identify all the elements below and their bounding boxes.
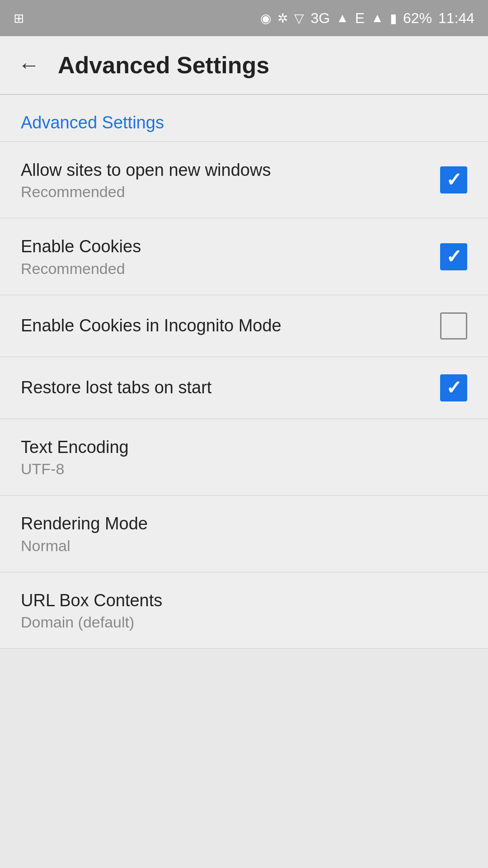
settings-item-allow-new-windows[interactable]: Allow sites to open new windowsRecommend… [0, 142, 488, 218]
settings-item-text-rendering-mode: Rendering ModeNormal [21, 513, 467, 554]
checkbox-enable-cookies[interactable] [440, 243, 467, 270]
settings-item-text-url-box-contents: URL Box ContentsDomain (default) [21, 590, 467, 631]
settings-item-text-enable-cookies: Enable CookiesRecommended [21, 236, 431, 277]
battery-icon: ▮ [390, 11, 397, 26]
settings-item-text-text-encoding: Text EncodingUTF-8 [21, 436, 467, 478]
settings-item-title-text-encoding: Text Encoding [21, 436, 467, 458]
settings-item-subtitle-rendering-mode: Normal [21, 537, 467, 555]
location-icon: ◉ [260, 11, 271, 26]
settings-item-title-cookies-incognito: Enable Cookies in Incognito Mode [21, 315, 431, 337]
settings-item-text-cookies-incognito: Enable Cookies in Incognito Mode [21, 315, 431, 337]
settings-item-subtitle-allow-new-windows: Recommended [21, 183, 431, 201]
photo-icon: ⊞ [14, 11, 24, 26]
wifi-icon: ▽ [294, 11, 304, 26]
settings-item-cookies-incognito[interactable]: Enable Cookies in Incognito Mode [0, 295, 488, 357]
app-bar: ← Advanced Settings [0, 36, 488, 95]
settings-item-rendering-mode[interactable]: Rendering ModeNormal [0, 495, 488, 571]
settings-item-subtitle-text-encoding: UTF-8 [21, 460, 467, 478]
status-bar-right: ◉ ✲ ▽ 3G ▲ E ▲ ▮ 62% 11:44 [260, 10, 474, 27]
settings-list: Allow sites to open new windowsRecommend… [0, 142, 488, 649]
settings-item-text-encoding[interactable]: Text EncodingUTF-8 [0, 419, 488, 495]
settings-item-title-allow-new-windows: Allow sites to open new windows [21, 159, 431, 181]
back-button[interactable]: ← [18, 54, 40, 76]
settings-item-title-restore-tabs: Restore lost tabs on start [21, 377, 431, 399]
settings-item-url-box-contents[interactable]: URL Box ContentsDomain (default) [0, 572, 488, 649]
settings-content: Advanced Settings Allow sites to open ne… [0, 95, 488, 649]
settings-item-subtitle-url-box-contents: Domain (default) [21, 613, 467, 631]
network-e: E [355, 10, 365, 27]
settings-item-title-rendering-mode: Rendering Mode [21, 513, 467, 535]
checkbox-restore-tabs[interactable] [440, 374, 467, 401]
settings-item-enable-cookies[interactable]: Enable CookiesRecommended [0, 218, 488, 294]
bluetooth-icon: ✲ [277, 11, 288, 26]
section-header: Advanced Settings [0, 95, 488, 142]
settings-item-text-allow-new-windows: Allow sites to open new windowsRecommend… [21, 159, 431, 201]
clock: 11:44 [438, 10, 474, 27]
settings-item-subtitle-enable-cookies: Recommended [21, 260, 431, 278]
checkbox-cookies-incognito[interactable] [440, 312, 467, 340]
settings-item-restore-tabs[interactable]: Restore lost tabs on start [0, 357, 488, 419]
signal-icon: ▲ [336, 11, 349, 25]
checkbox-allow-new-windows[interactable] [440, 166, 467, 193]
section-header-label: Advanced Settings [21, 113, 164, 132]
settings-item-title-enable-cookies: Enable Cookies [21, 236, 431, 258]
page-title: Advanced Settings [58, 52, 269, 79]
settings-item-text-restore-tabs: Restore lost tabs on start [21, 377, 431, 399]
settings-item-title-url-box-contents: URL Box Contents [21, 590, 467, 612]
status-bar: ⊞ ◉ ✲ ▽ 3G ▲ E ▲ ▮ 62% 11:44 [0, 0, 488, 36]
network-3g: 3G [310, 10, 330, 27]
status-bar-left: ⊞ [14, 11, 24, 26]
signal-e-icon: ▲ [371, 11, 384, 25]
battery-percent: 62% [403, 10, 432, 27]
